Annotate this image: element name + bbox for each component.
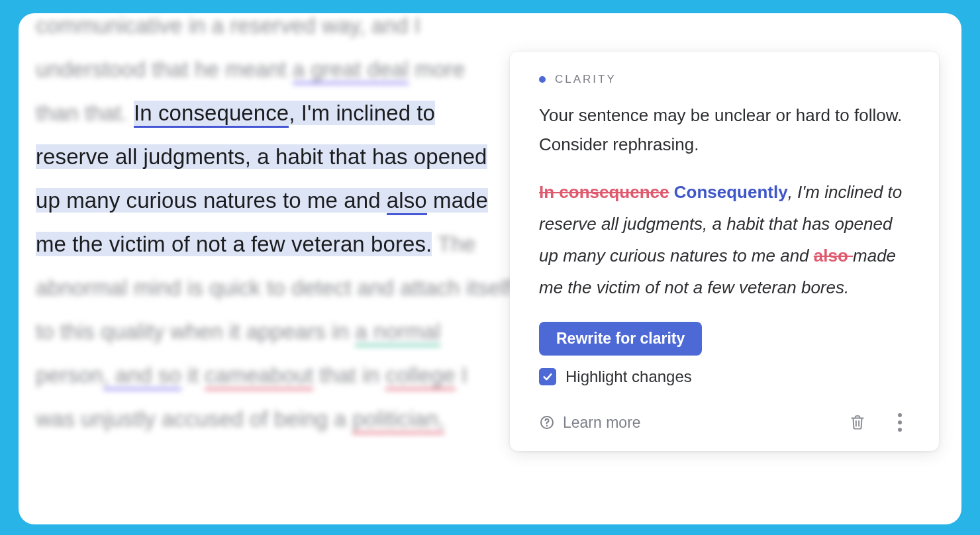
more-options-button[interactable] bbox=[890, 413, 910, 432]
underlined-phrase-a-normal: a normal bbox=[355, 319, 440, 346]
suggestion-category: CLARITY bbox=[555, 73, 616, 86]
suggestion-rewrite: In consequence Consequently, I'm incline… bbox=[539, 176, 910, 303]
insert-text: Consequently bbox=[674, 182, 788, 202]
delete-button[interactable] bbox=[848, 413, 867, 432]
blurred-text: person bbox=[36, 363, 103, 387]
highlight-changes-checkbox[interactable] bbox=[539, 368, 556, 385]
strike-text: also bbox=[814, 246, 853, 266]
underlined-phrase-politician: politician, bbox=[352, 407, 444, 434]
document-text[interactable]: communicative in a reserved way, and I u… bbox=[36, 13, 513, 441]
blurred-text: that in bbox=[313, 363, 385, 387]
trash-icon bbox=[849, 414, 866, 431]
highlight-changes-label: Highlight changes bbox=[565, 367, 692, 386]
underlined-phrase-cameabout: cameabout bbox=[205, 363, 313, 390]
highlight-changes-row: Highlight changes bbox=[539, 367, 910, 386]
blurred-text: it bbox=[181, 363, 205, 387]
underlined-phrase-great-deal: a great deal bbox=[293, 57, 409, 84]
app-stage: communicative in a reserved way, and I u… bbox=[0, 0, 980, 535]
document-card: communicative in a reserved way, and I u… bbox=[19, 13, 961, 524]
kebab-icon bbox=[897, 413, 903, 432]
svg-point-1 bbox=[546, 425, 548, 426]
suggestion-header: CLARITY bbox=[539, 73, 910, 86]
highlighted-in-consequence[interactable]: In consequence bbox=[134, 101, 289, 128]
highlighted-also[interactable]: also bbox=[387, 188, 427, 215]
suggestion-card: CLARITY Your sentence may be unclear or … bbox=[510, 52, 939, 451]
suggestion-description: Your sentence may be unclear or hard to … bbox=[539, 101, 910, 159]
rewrite-button[interactable]: Rewrite for clarity bbox=[539, 322, 702, 356]
help-circle-icon bbox=[539, 414, 555, 430]
category-dot-icon bbox=[539, 76, 546, 83]
strike-text: In consequence bbox=[539, 182, 669, 202]
learn-more-link[interactable]: Learn more bbox=[539, 414, 641, 432]
suggestion-footer: Learn more bbox=[539, 413, 910, 432]
checkmark-icon bbox=[542, 371, 554, 383]
underlined-phrase-and-so: , and so bbox=[103, 363, 181, 390]
underlined-phrase-college: college bbox=[385, 363, 455, 390]
learn-more-label: Learn more bbox=[563, 414, 641, 432]
footer-icons bbox=[848, 413, 910, 432]
